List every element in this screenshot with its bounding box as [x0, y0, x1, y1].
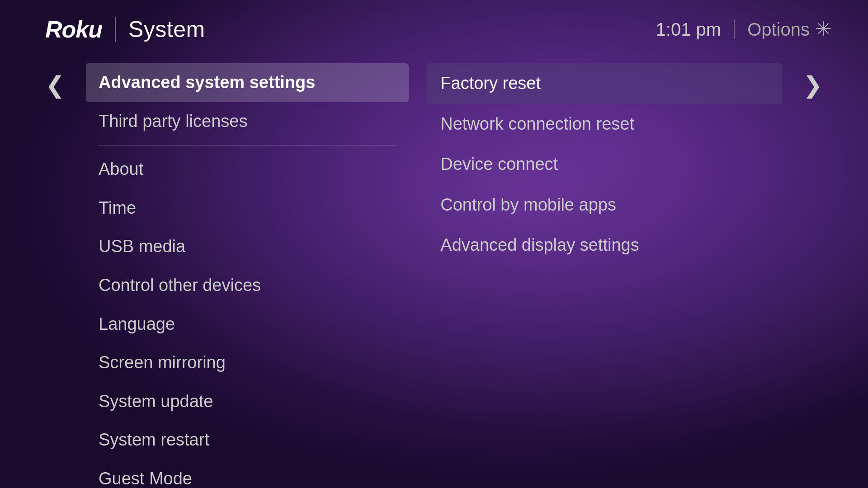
sidebar-item-guest-mode[interactable]: Guest Mode [86, 460, 409, 488]
header: Roku System 1:01 pm Options ✳ [0, 0, 868, 59]
menu-item-device-connect[interactable]: Device connect [427, 144, 782, 185]
header-right: 1:01 pm Options ✳ [656, 19, 832, 40]
nav-arrow-left[interactable]: ❮ [45, 63, 77, 488]
sidebar-item-usb-media[interactable]: USB media [86, 227, 409, 266]
sidebar-item-screen-mirroring[interactable]: Screen mirroring [86, 343, 409, 382]
menu-item-factory-reset[interactable]: Factory reset [427, 63, 782, 104]
header-left: Roku System [45, 16, 205, 43]
right-chevron-icon: ❯ [803, 71, 823, 99]
options-icon: ✳ [815, 17, 832, 40]
header-right-divider [734, 19, 735, 39]
sidebar-item-advanced-system-settings[interactable]: Advanced system settings [86, 63, 409, 102]
main-content: ❮ Advanced system settings Third party l… [0, 59, 868, 488]
nav-arrow-right[interactable]: ❯ [791, 63, 823, 488]
sidebar-item-third-party-licenses[interactable]: Third party licenses [86, 102, 409, 141]
menu-item-network-connection-reset[interactable]: Network connection reset [427, 104, 782, 145]
menu-item-control-by-mobile-apps[interactable]: Control by mobile apps [427, 185, 782, 225]
right-menu: Factory reset Network connection reset D… [427, 63, 782, 266]
options-label[interactable]: Options [747, 19, 810, 40]
header-divider [115, 17, 116, 42]
sidebar-item-time[interactable]: Time [86, 189, 409, 228]
options-container[interactable]: Options ✳ [747, 19, 832, 40]
clock: 1:01 pm [656, 19, 722, 40]
roku-logo: Roku [45, 16, 102, 43]
page-title: System [128, 16, 205, 42]
menu-item-advanced-display-settings[interactable]: Advanced display settings [427, 225, 782, 266]
left-panel: Advanced system settings Third party lic… [77, 63, 418, 488]
sidebar-item-system-restart[interactable]: System restart [86, 421, 409, 460]
sidebar-item-control-other-devices[interactable]: Control other devices [86, 266, 409, 305]
sidebar-item-system-update[interactable]: System update [86, 382, 409, 421]
sidebar-item-about[interactable]: About [86, 150, 409, 189]
left-menu: Advanced system settings Third party lic… [86, 63, 409, 488]
sidebar-item-language[interactable]: Language [86, 305, 409, 344]
left-chevron-icon: ❮ [45, 71, 65, 99]
menu-separator [99, 145, 396, 145]
right-panel: Factory reset Network connection reset D… [418, 63, 791, 488]
